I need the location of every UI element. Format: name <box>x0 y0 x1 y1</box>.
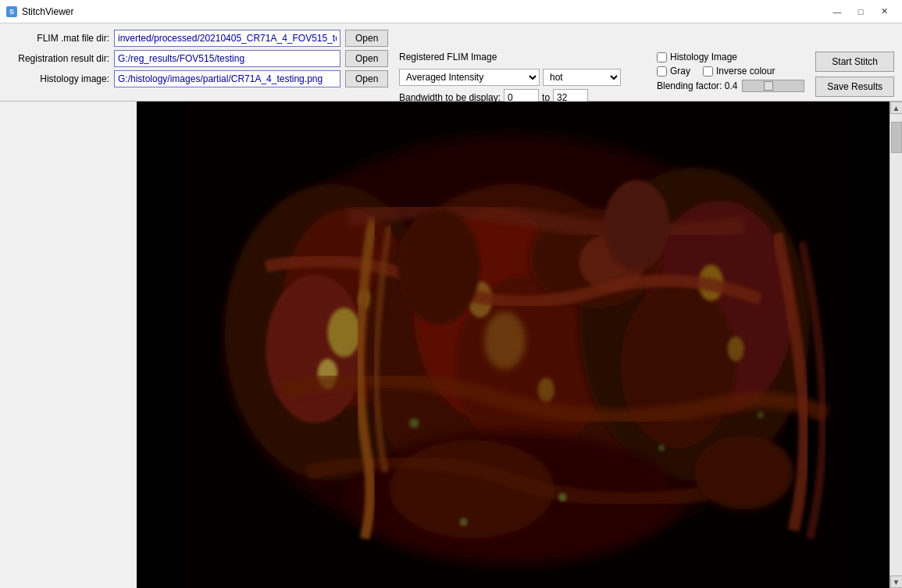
flim-file-label: FLIM .mat file dir: <box>8 33 109 44</box>
flim-open-button[interactable]: Open <box>345 30 388 47</box>
save-results-button[interactable]: Save Results <box>815 77 894 97</box>
svg-point-12 <box>538 378 554 403</box>
action-section: Start Stitch Save Results <box>811 47 899 102</box>
inverse-label: Inverse colour <box>716 66 775 77</box>
histology-title-label: Histology Image <box>670 52 737 62</box>
gray-label: Gray <box>670 66 690 77</box>
reg-result-row: Registration result dir: Open <box>8 50 388 67</box>
flim-file-input[interactable] <box>114 30 340 47</box>
minimize-button[interactable]: — <box>825 4 849 20</box>
start-stitch-button[interactable]: Start Stitch <box>815 52 894 72</box>
bottom-panel: ▲ ▼ <box>0 102 902 588</box>
histology-file-label: Histology image: <box>8 73 109 84</box>
flim-section-title: Registered FLIM Image <box>399 52 621 62</box>
flim-select-row: Averaged Intensity Peak Intensity Lifeti… <box>399 69 621 86</box>
maximize-button[interactable]: □ <box>849 4 872 20</box>
scroll-track <box>890 114 902 576</box>
close-button[interactable]: ✕ <box>872 4 896 20</box>
window-controls: — □ ✕ <box>825 4 896 20</box>
svg-point-18 <box>728 337 744 362</box>
histology-file-input[interactable] <box>114 70 340 87</box>
blend-row: Blending factor: 0.4 <box>657 80 804 92</box>
intensity-dropdown[interactable]: Averaged Intensity Peak Intensity Lifeti… <box>399 69 540 86</box>
main-window: FLIM .mat file dir: Open Registration re… <box>0 23 902 588</box>
window-title: StitchViewer <box>22 6 73 17</box>
svg-point-28 <box>398 208 480 324</box>
histology-title-row: Histology Image <box>657 52 804 62</box>
app-icon: S <box>6 6 17 17</box>
left-spacer <box>0 102 137 588</box>
file-rows: FLIM .mat file dir: Open Registration re… <box>0 23 396 94</box>
svg-point-30 <box>694 436 793 510</box>
blend-slider[interactable] <box>742 80 804 92</box>
svg-point-23 <box>409 418 419 428</box>
title-bar: S StitchViewer — □ ✕ <box>0 0 902 23</box>
scroll-thumb[interactable] <box>891 122 902 153</box>
svg-point-24 <box>558 494 567 502</box>
svg-point-29 <box>604 180 669 270</box>
histology-checkbox[interactable] <box>657 52 667 62</box>
scroll-up-arrow[interactable]: ▲ <box>890 102 903 114</box>
histology-file-row: Histology image: Open <box>8 70 388 87</box>
flim-display-image <box>137 102 890 588</box>
top-panel: FLIM .mat file dir: Open Registration re… <box>0 23 902 102</box>
colormap-dropdown[interactable]: hot gray jet <box>543 69 621 86</box>
reg-open-button[interactable]: Open <box>345 50 388 67</box>
histology-open-button[interactable]: Open <box>345 70 388 87</box>
reg-result-label: Registration result dir: <box>8 53 109 64</box>
inverse-checkbox[interactable] <box>703 66 713 77</box>
reg-result-input[interactable] <box>114 50 340 67</box>
svg-point-27 <box>758 412 764 418</box>
inverse-checkbox-row: Inverse colour <box>703 66 775 77</box>
gray-checkbox-row: Gray <box>657 66 690 77</box>
svg-point-26 <box>459 518 468 526</box>
title-bar-left: S StitchViewer <box>6 6 73 17</box>
histology-section: Histology Image Gray Inverse colour Blen… <box>652 47 809 97</box>
flim-file-row: FLIM .mat file dir: Open <box>8 30 388 47</box>
vertical-scrollbar[interactable]: ▲ ▼ <box>890 102 902 588</box>
svg-point-13 <box>484 312 526 369</box>
svg-point-25 <box>658 444 665 451</box>
scroll-down-arrow[interactable]: ▼ <box>890 576 903 588</box>
image-area <box>137 102 890 588</box>
gray-checkbox[interactable] <box>657 66 667 77</box>
blending-label: Blending factor: 0.4 <box>657 80 737 91</box>
